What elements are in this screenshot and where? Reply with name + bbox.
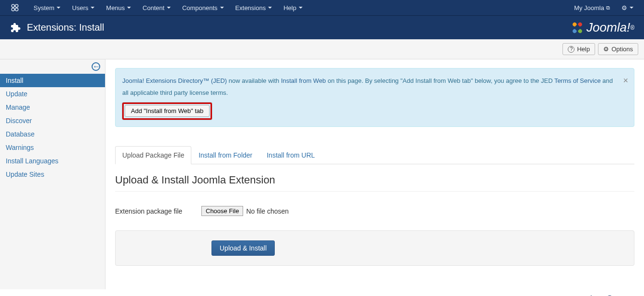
sidebar-item-warnings[interactable]: Warnings <box>0 141 105 154</box>
joomla-icon-menu[interactable] <box>5 0 28 15</box>
settings-menu[interactable]: ⚙ <box>616 0 639 15</box>
alert-text: now available with <box>227 77 281 84</box>
topnav-right: My Joomla ⧉ ⚙ <box>568 0 639 15</box>
nav-content[interactable]: Content <box>137 0 176 15</box>
add-install-from-web-button[interactable]: Add "Install from Web" tab <box>125 105 210 117</box>
arrow-left-circle-icon: ← <box>92 62 100 71</box>
sidebar-menu: Install Update Manage Discover Database … <box>0 74 105 181</box>
chevron-down-icon <box>91 7 94 9</box>
upload-install-button[interactable]: Upload & Install <box>211 240 275 256</box>
nav-help[interactable]: Help <box>278 0 308 15</box>
install-tabs: Upload Package File Install from Folder … <box>115 146 634 164</box>
topnav-left: System Users Menus Content Components Ex… <box>5 0 308 15</box>
joomla-brand-logo: Joomla!® <box>570 20 634 35</box>
toolbar: ? Help ⚙ Options <box>0 39 644 59</box>
top-navbar: System Users Menus Content Components Ex… <box>0 0 644 15</box>
choose-file-button[interactable]: Choose File <box>201 206 243 216</box>
svg-point-2 <box>12 8 14 11</box>
chevron-down-icon <box>299 7 303 9</box>
sidebar-item-discover[interactable]: Discover <box>0 114 105 127</box>
section-heading: Upload & Install Joomla Extension <box>115 174 634 192</box>
crescent-icon <box>579 295 588 296</box>
chevron-down-icon <box>127 7 131 9</box>
nav-system[interactable]: System <box>28 0 66 15</box>
interserver-logo: interServer.net <box>579 294 640 296</box>
puzzle-icon <box>10 22 21 34</box>
gear-icon: ⚙ <box>603 46 609 53</box>
sidebar-item-install-languages[interactable]: Install Languages <box>0 154 105 168</box>
options-button[interactable]: ⚙ Options <box>598 43 638 55</box>
tab-install-folder[interactable]: Install from Folder <box>191 146 259 164</box>
alert-text: on this page. By selecting "Add Install … <box>326 77 554 84</box>
joomla-logo-icon <box>570 21 585 35</box>
package-file-label: Extension package file <box>115 207 201 215</box>
sidebar-item-update[interactable]: Update <box>0 87 105 101</box>
tab-install-url[interactable]: Install from URL <box>259 146 322 164</box>
svg-point-1 <box>15 4 18 7</box>
nav-menus[interactable]: Menus <box>100 0 137 15</box>
footer: interServer.net <box>0 289 644 296</box>
highlighted-button-frame: Add "Install from Web" tab <box>122 102 212 120</box>
nav-extensions[interactable]: Extensions <box>230 0 278 15</box>
jed-link[interactable]: Joomla! Extensions Directory™ (JED) <box>122 77 227 84</box>
page-title: Extensions: Install <box>27 22 104 33</box>
close-icon[interactable]: × <box>623 72 628 89</box>
sidebar-item-install[interactable]: Install <box>0 74 105 87</box>
chevron-down-icon <box>630 7 633 9</box>
install-from-web-link[interactable]: Install from Web <box>281 77 326 84</box>
nav-users[interactable]: Users <box>66 0 100 15</box>
chevron-down-icon <box>220 7 224 9</box>
main-layout: ← Install Update Manage Discover Databas… <box>0 59 644 289</box>
svg-point-3 <box>15 8 18 11</box>
tos-link[interactable]: Terms of Service <box>554 77 601 84</box>
sidebar: ← Install Update Manage Discover Databas… <box>0 59 105 289</box>
nav-components[interactable]: Components <box>176 0 230 15</box>
svg-point-0 <box>12 4 14 7</box>
gear-icon: ⚙ <box>621 4 627 11</box>
file-input-row: Extension package file Choose File No fi… <box>115 206 634 216</box>
sidebar-item-manage[interactable]: Manage <box>0 101 105 114</box>
sidebar-collapse[interactable]: ← <box>0 59 105 74</box>
header-left: Extensions: Install <box>10 22 104 34</box>
help-button[interactable]: ? Help <box>562 43 595 55</box>
file-chosen-status: No file chosen <box>246 207 289 215</box>
spacer <box>125 240 211 256</box>
question-icon: ? <box>568 46 574 53</box>
chevron-down-icon <box>268 7 272 9</box>
tab-upload-package[interactable]: Upload Package File <box>115 146 191 164</box>
site-link[interactable]: My Joomla ⧉ <box>568 0 616 15</box>
info-alert: × Joomla! Extensions Directory™ (JED) no… <box>115 68 634 127</box>
sidebar-item-update-sites[interactable]: Update Sites <box>0 168 105 181</box>
external-link-icon: ⧉ <box>606 5 610 11</box>
page-header: Extensions: Install Joomla!® <box>0 15 644 39</box>
chevron-down-icon <box>167 7 171 9</box>
content-area: × Joomla! Extensions Directory™ (JED) no… <box>105 59 644 289</box>
joomla-icon <box>11 3 19 12</box>
chevron-down-icon <box>57 7 60 9</box>
submit-well: Upload & Install <box>115 230 634 266</box>
sidebar-item-database[interactable]: Database <box>0 127 105 141</box>
